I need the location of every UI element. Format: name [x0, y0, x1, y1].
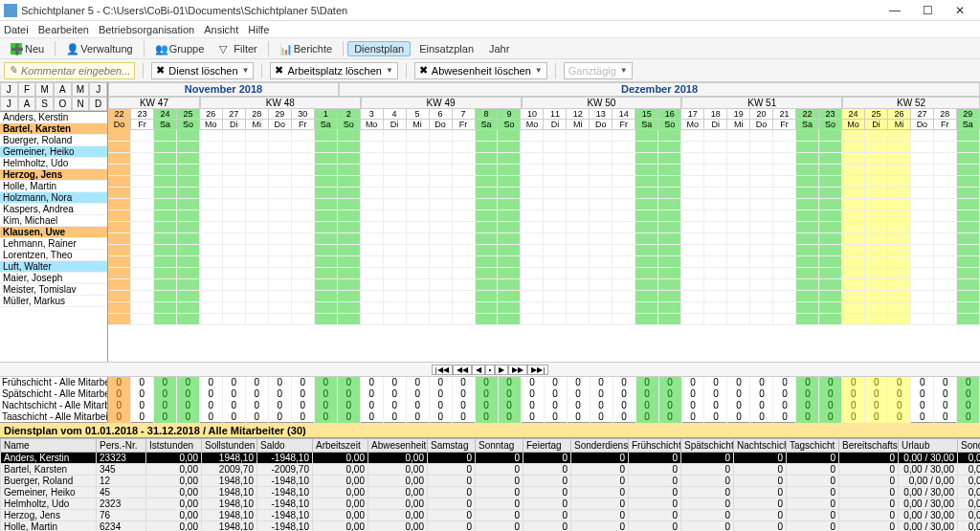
schedule-cell[interactable] — [750, 268, 773, 279]
schedule-cell[interactable] — [154, 233, 177, 245]
schedule-cell[interactable] — [521, 188, 544, 199]
schedule-cell[interactable] — [521, 153, 544, 165]
schedule-cell[interactable] — [796, 176, 819, 188]
schedule-cell[interactable] — [704, 279, 727, 291]
schedule-cell[interactable] — [704, 233, 727, 245]
schedule-cell[interactable] — [612, 222, 635, 233]
schedule-cell[interactable] — [292, 291, 315, 302]
schedule-cell[interactable] — [108, 199, 131, 210]
schedule-cell[interactable] — [819, 188, 842, 199]
schedule-cell[interactable] — [154, 153, 177, 165]
schedule-cell[interactable] — [338, 130, 361, 142]
schedule-cell[interactable] — [865, 130, 888, 142]
month-btn[interactable]: S — [35, 97, 54, 111]
schedule-cell[interactable] — [865, 268, 888, 279]
schedule-cell[interactable] — [223, 279, 246, 291]
employee-row[interactable]: Gemeiner, Heiko — [0, 146, 107, 158]
schedule-cell[interactable] — [612, 153, 635, 165]
schedule-cell[interactable] — [704, 314, 727, 325]
schedule-cell[interactable] — [177, 222, 200, 233]
schedule-cell[interactable] — [223, 130, 246, 142]
schedule-cell[interactable] — [957, 279, 980, 291]
day-number[interactable]: 9 — [498, 109, 521, 120]
schedule-cell[interactable] — [796, 210, 819, 222]
schedule-cell[interactable] — [315, 165, 338, 176]
schedule-cell[interactable] — [796, 130, 819, 142]
schedule-cell[interactable] — [292, 256, 315, 268]
schedule-cell[interactable] — [154, 188, 177, 199]
schedule-cell[interactable] — [658, 245, 681, 256]
schedule-cell[interactable] — [384, 165, 407, 176]
schedule-cell[interactable] — [590, 210, 612, 222]
schedule-cell[interactable] — [498, 291, 521, 302]
schedule-cell[interactable] — [819, 233, 842, 245]
schedule-cell[interactable] — [888, 302, 911, 314]
abwesenheit-combo[interactable]: ✖Abwesenheit löschen▼ — [414, 62, 547, 79]
schedule-cell[interactable] — [521, 165, 544, 176]
schedule-cell[interactable] — [476, 199, 499, 210]
schedule-cell[interactable] — [590, 233, 612, 245]
schedule-cell[interactable] — [773, 142, 796, 153]
schedule-cell[interactable] — [453, 279, 476, 291]
schedule-cell[interactable] — [177, 256, 200, 268]
schedule-cell[interactable] — [544, 142, 567, 153]
schedule-cell[interactable] — [612, 268, 635, 279]
schedule-cell[interactable] — [544, 153, 567, 165]
employee-row[interactable]: Herzog, Jens — [0, 169, 107, 181]
day-number[interactable]: 29 — [269, 109, 292, 120]
schedule-row[interactable] — [108, 130, 980, 142]
schedule-cell[interactable] — [384, 130, 407, 142]
schedule-cell[interactable] — [796, 268, 819, 279]
schedule-cell[interactable] — [957, 165, 980, 176]
schedule-row[interactable] — [108, 302, 980, 314]
schedule-cell[interactable] — [567, 233, 590, 245]
day-name[interactable]: Mo — [681, 120, 704, 130]
schedule-cell[interactable] — [246, 176, 269, 188]
schedule-cell[interactable] — [888, 233, 911, 245]
day-number[interactable]: 29 — [957, 109, 980, 120]
schedule-cell[interactable] — [681, 245, 704, 256]
schedule-cell[interactable] — [796, 314, 819, 325]
verwaltung-button[interactable]: 👤Verwaltung — [59, 41, 139, 56]
schedule-cell[interactable] — [315, 314, 338, 325]
schedule-cell[interactable] — [315, 291, 338, 302]
schedule-cell[interactable] — [338, 165, 361, 176]
employee-row[interactable]: Buerger, Roland — [0, 135, 107, 146]
schedule-cell[interactable] — [544, 314, 567, 325]
schedule-cell[interactable] — [384, 210, 407, 222]
day-name[interactable]: Mi — [888, 120, 911, 130]
schedule-cell[interactable] — [911, 176, 934, 188]
schedule-cell[interactable] — [223, 199, 246, 210]
schedule-cell[interactable] — [773, 165, 796, 176]
nav-prev-icon[interactable]: ◀ — [472, 365, 485, 375]
schedule-cell[interactable] — [957, 210, 980, 222]
schedule-cell[interactable] — [154, 268, 177, 279]
day-number[interactable]: 4 — [384, 109, 407, 120]
day-number[interactable]: 21 — [773, 109, 796, 120]
schedule-cell[interactable] — [154, 130, 177, 142]
schedule-cell[interactable] — [361, 233, 384, 245]
schedule-cell[interactable] — [773, 256, 796, 268]
schedule-cell[interactable] — [888, 142, 911, 153]
schedule-cell[interactable] — [796, 279, 819, 291]
schedule-cell[interactable] — [544, 199, 567, 210]
neu-button[interactable]: ➕Neu — [4, 41, 51, 56]
schedule-cell[interactable] — [177, 176, 200, 188]
schedule-cell[interactable] — [658, 210, 681, 222]
schedule-cell[interactable] — [567, 188, 590, 199]
schedule-cell[interactable] — [635, 199, 658, 210]
schedule-cell[interactable] — [957, 291, 980, 302]
day-name[interactable]: Sa — [315, 120, 338, 130]
schedule-cell[interactable] — [957, 233, 980, 245]
schedule-row[interactable] — [108, 176, 980, 188]
day-name[interactable]: So — [498, 120, 521, 130]
schedule-cell[interactable] — [934, 291, 957, 302]
schedule-cell[interactable] — [635, 142, 658, 153]
schedule-cell[interactable] — [154, 165, 177, 176]
schedule-cell[interactable] — [476, 302, 499, 314]
schedule-cell[interactable] — [934, 279, 957, 291]
table-row[interactable]: Helmholtz, Udo23230,001948,10-1948,100,0… — [1, 498, 981, 510]
schedule-cell[interactable] — [407, 314, 430, 325]
schedule-cell[interactable] — [842, 199, 865, 210]
column-header[interactable]: Abwesenheit (be — [368, 439, 428, 453]
